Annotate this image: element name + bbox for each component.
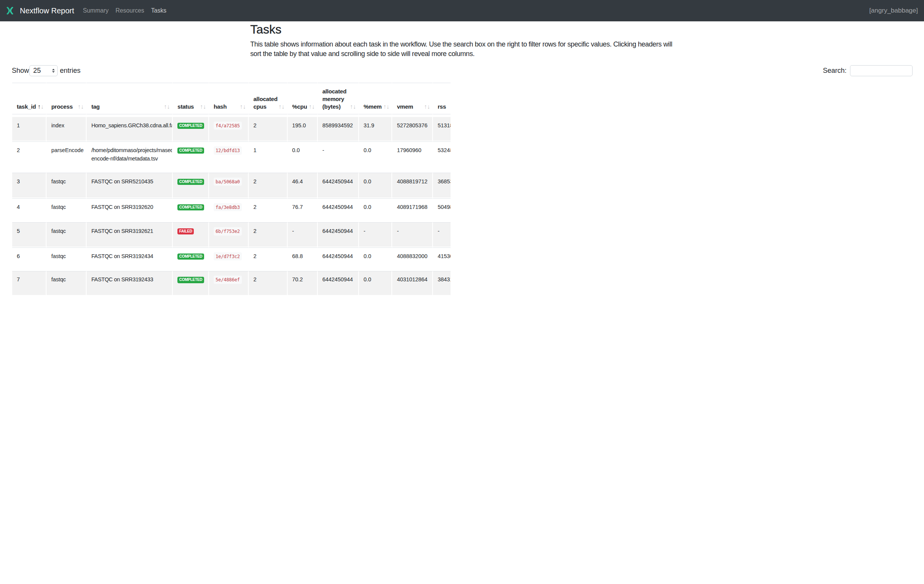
sort-icon: ↑↓: [164, 103, 170, 110]
cell-pmem: 31.9: [359, 117, 393, 141]
cell-process: fastqc: [46, 222, 87, 247]
task-hash: 6b/f753e2: [214, 227, 242, 235]
cell-vmem: 4088819712: [392, 173, 433, 198]
status-badge: COMPLETED: [177, 277, 204, 283]
table-controls: Show 25 entries Search:: [0, 65, 924, 76]
cell-allocated-memory: 6442450944: [318, 173, 359, 198]
cell-task-id: 6: [12, 247, 47, 271]
cell-allocated-cpus: 2: [249, 117, 288, 141]
cell-hash: 1e/d7f3c2: [209, 247, 249, 271]
sort-icon: ↑↓: [200, 103, 206, 110]
column-header-label: %cpu: [292, 103, 307, 110]
cell-allocated-cpus: 2: [249, 247, 288, 271]
column-header-label: allocated memory (bytes): [322, 88, 346, 110]
search-input[interactable]: [850, 65, 912, 77]
cell-allocated-memory: 8589934592: [318, 117, 359, 141]
cell-rss: 3843112960: [433, 271, 450, 296]
column-header-task_id[interactable]: task_id ↑↓: [12, 83, 47, 114]
cell-process: index: [46, 117, 87, 141]
task-hash: 1e/d7f3c2: [214, 252, 242, 260]
cell-status: COMPLETED: [173, 117, 209, 141]
column-header-label: hash: [214, 103, 227, 110]
cell-rss: 4153008128: [433, 247, 450, 271]
status-badge: COMPLETED: [177, 253, 204, 260]
column-header-pmem[interactable]: %mem ↑↓: [359, 83, 393, 114]
sort-icon: ↑↓: [78, 103, 84, 110]
cell-status: COMPLETED: [173, 271, 209, 296]
cell-process: fastqc: [46, 198, 87, 222]
cell-allocated-cpus: 2: [249, 222, 288, 247]
cell-hash: 6b/f753e2: [209, 222, 249, 247]
nav-link-summary[interactable]: Summary: [79, 7, 112, 14]
nav-link-resources[interactable]: Resources: [112, 7, 148, 14]
page-length-control: Show 25 entries: [12, 65, 81, 77]
tasks-table-scroll-area[interactable]: task_id ↑↓ process ↑↓ tag ↑↓ status ↑↓ h…: [12, 83, 450, 295]
column-header-label: task_id: [17, 103, 36, 110]
table-row: 5 fastqc FASTQC on SRR3192621 FAILED 6b/…: [12, 222, 450, 247]
cell-vmem: 4031012864: [392, 271, 433, 296]
column-header-allocated_cpus[interactable]: allocated cpus ↑↓: [249, 83, 288, 114]
column-header-status[interactable]: status ↑↓: [173, 83, 209, 114]
column-header-label: vmem: [397, 103, 413, 110]
cell-allocated-memory: 6442450944: [318, 198, 359, 222]
cell-vmem: 5272805376: [392, 117, 433, 141]
navbar-brand-label: Nextflow Report: [20, 7, 74, 15]
cell-tag: FASTQC on SRR3192621: [87, 222, 173, 247]
sort-icon: ↑↓: [37, 103, 43, 110]
page-length-select[interactable]: 25: [30, 65, 58, 77]
cell-hash: 5e/4886ef: [209, 271, 249, 296]
cell-pcpu: 0.0: [288, 141, 318, 173]
main-content: Tasks This table shows information about…: [0, 21, 924, 296]
status-badge: COMPLETED: [177, 123, 204, 129]
cell-status: COMPLETED: [173, 173, 209, 198]
navbar-brand[interactable]: Nextflow Report: [6, 7, 74, 15]
nav-link-tasks[interactable]: Tasks: [148, 7, 170, 14]
show-label: Show: [12, 67, 29, 75]
column-header-allocated_memory[interactable]: allocated memory (bytes) ↑↓: [318, 83, 359, 114]
cell-pmem: -: [359, 222, 393, 247]
cell-status: COMPLETED: [173, 141, 209, 173]
column-header-vmem[interactable]: vmem ↑↓: [392, 83, 433, 114]
cell-hash: fa/3e8db3: [209, 198, 249, 222]
table-row: 2 parseEncode /home/pditommaso/projects/…: [12, 141, 450, 173]
cell-allocated-cpus: 2: [249, 198, 288, 222]
task-hash: fa/3e8db3: [214, 203, 242, 211]
status-badge: COMPLETED: [177, 179, 204, 185]
cell-pcpu: 76.7: [288, 198, 318, 222]
cell-vmem: 17960960: [392, 141, 433, 173]
page-title: Tasks: [250, 21, 674, 36]
column-header-rss[interactable]: rss ↑↓: [433, 83, 450, 114]
cell-tag: FASTQC on SRR5210435: [87, 173, 173, 198]
status-badge: COMPLETED: [177, 204, 204, 211]
cell-tag: FASTQC on SRR3192434: [87, 247, 173, 271]
cell-rss: 5324800: [433, 141, 450, 173]
column-header-label: status: [177, 103, 194, 110]
column-header-label: rss: [437, 103, 446, 110]
cell-allocated-memory: 6442450944: [318, 222, 359, 247]
status-badge: FAILED: [177, 228, 194, 234]
task-hash: ba/5068a0: [214, 178, 242, 186]
cell-task-id: 5: [12, 222, 47, 247]
table-body: 1 index Homo_sapiens.GRCh38.cdna.all.fa.…: [12, 117, 450, 295]
cell-rss: 5049884672: [433, 198, 450, 222]
cell-status: FAILED: [173, 222, 209, 247]
table-row: 7 fastqc FASTQC on SRR3192433 COMPLETED …: [12, 271, 450, 296]
cell-pmem: 0.0: [359, 198, 393, 222]
column-header-hash[interactable]: hash ↑↓: [209, 83, 249, 114]
column-header-pcpu[interactable]: %cpu ↑↓: [288, 83, 318, 114]
cell-allocated-cpus: 2: [249, 173, 288, 198]
cell-vmem: 4088832000: [392, 247, 433, 271]
cell-allocated-memory: 6442450944: [318, 247, 359, 271]
cell-task-id: 7: [12, 271, 47, 296]
cell-pcpu: 195.0: [288, 117, 318, 141]
cell-tag: /home/pditommaso/projects/rnaseq-encode-…: [87, 141, 173, 173]
navbar-nav: Summary Resources Tasks: [79, 7, 170, 14]
cell-task-id: 3: [12, 173, 47, 198]
tasks-table: 1 index Homo_sapiens.GRCh38.cdna.all.fa.…: [12, 117, 450, 295]
sort-icon: ↑↓: [279, 103, 285, 110]
column-header-process[interactable]: process ↑↓: [46, 83, 87, 114]
column-header-tag[interactable]: tag ↑↓: [87, 83, 173, 114]
cell-pmem: 0.0: [359, 247, 393, 271]
cell-rss: 5131821056: [433, 117, 450, 141]
cell-hash: 12/bdfd13: [209, 141, 249, 173]
